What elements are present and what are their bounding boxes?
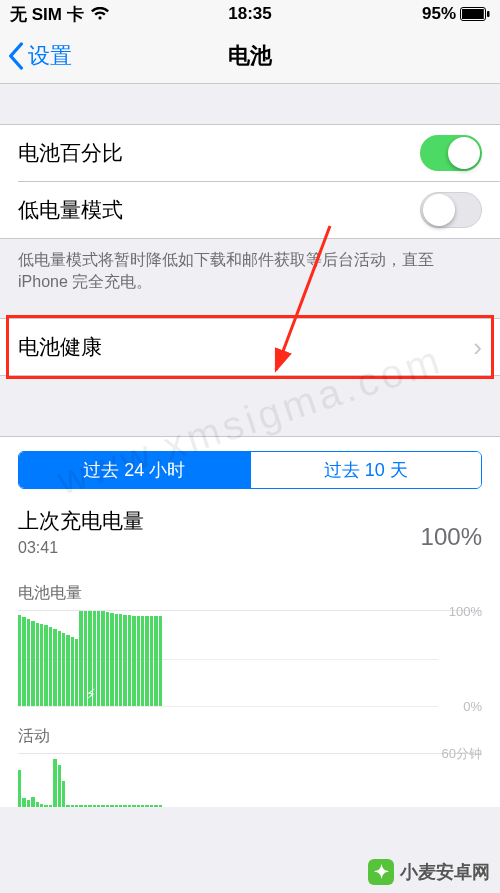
chart-bar <box>110 613 113 706</box>
chart-bar <box>154 616 157 706</box>
chart-bar <box>128 805 131 807</box>
chart-bar <box>62 633 65 706</box>
activity-chart: 活动 60分钟 <box>18 706 482 807</box>
chart-bar <box>128 615 131 706</box>
low-power-switch[interactable] <box>420 192 482 228</box>
chart-bar <box>53 759 56 808</box>
battery-level-chart-box: 100% 0% ⚡︎ <box>18 610 482 706</box>
chart-bar <box>18 615 21 706</box>
chart-bar <box>62 781 65 808</box>
watermark-corner: ✦ 小麦安卓网 <box>368 859 490 885</box>
chart-bar <box>22 798 25 807</box>
chart-bar <box>71 805 74 807</box>
chart-bar <box>49 805 52 807</box>
chart-bar <box>101 611 104 706</box>
chart-bar <box>97 611 100 706</box>
settings-group-1: 电池百分比 低电量模式 <box>0 124 500 239</box>
chart-bar <box>79 611 82 706</box>
chart-bar <box>40 804 43 808</box>
activity-chart-box: 60分钟 <box>18 753 482 807</box>
chart-bar <box>18 770 21 807</box>
seg-24h[interactable]: 过去 24 小时 <box>19 452 250 488</box>
settings-group-2: 电池健康 › <box>0 318 500 376</box>
charging-bolt-icon: ⚡︎ <box>86 686 96 702</box>
chart-bar <box>31 797 34 808</box>
chart-bar <box>49 627 52 706</box>
chevron-right-icon: › <box>473 332 482 363</box>
status-time: 18:35 <box>228 4 271 24</box>
chart-bar <box>123 615 126 706</box>
chart-bar <box>159 805 162 807</box>
low-power-label: 低电量模式 <box>18 196 123 224</box>
chart-bar <box>141 805 144 807</box>
battery-health-cell[interactable]: 电池健康 › <box>0 319 500 375</box>
watermark-logo-icon: ✦ <box>368 859 394 885</box>
battery-icon <box>460 7 490 21</box>
chart-bar <box>137 805 140 807</box>
chart-bar <box>27 619 30 706</box>
chart-bar <box>44 625 47 706</box>
battery-level-chart-title: 电池电量 <box>18 583 482 604</box>
battery-level-chart: 电池电量 100% 0% ⚡︎ <box>18 557 482 706</box>
last-charge-row: 上次充电电量 03:41 100% <box>18 489 482 557</box>
chart-bar <box>97 805 100 807</box>
chart-bar <box>150 616 153 706</box>
chart-bar <box>123 805 126 807</box>
chart-bar <box>75 805 78 807</box>
chart-bar <box>110 805 113 807</box>
wifi-icon <box>90 7 110 21</box>
seg-10d[interactable]: 过去 10 天 <box>250 452 482 488</box>
status-bar: 无 SIM 卡 18:35 95% <box>0 0 500 28</box>
chart-bar <box>119 805 122 807</box>
chart-bar <box>58 631 61 706</box>
chart-bar <box>40 624 43 707</box>
axis-100: 100% <box>449 604 482 619</box>
battery-percentage-label: 电池百分比 <box>18 139 123 167</box>
chart-bar <box>88 805 91 807</box>
chevron-left-icon <box>8 42 24 70</box>
battery-percentage-switch[interactable] <box>420 135 482 171</box>
chart-bar <box>115 614 118 706</box>
axis-60m: 60分钟 <box>442 745 482 763</box>
page-title: 电池 <box>228 41 272 71</box>
carrier-text: 无 SIM 卡 <box>10 3 84 26</box>
chart-bar <box>115 805 118 807</box>
chart-bar <box>66 635 69 706</box>
back-button[interactable]: 设置 <box>8 41 72 71</box>
chart-bar <box>132 805 135 807</box>
chart-bar <box>119 614 122 706</box>
chart-bar <box>66 805 69 807</box>
battery-health-label: 电池健康 <box>18 333 102 361</box>
last-charge-pct: 100% <box>421 507 482 551</box>
status-right: 95% <box>422 4 490 24</box>
axis-0: 0% <box>463 699 482 714</box>
chart-bar <box>93 805 96 807</box>
chart-bar <box>84 805 87 807</box>
chart-bar <box>27 800 30 807</box>
usage-section: 过去 24 小时 过去 10 天 上次充电电量 03:41 100% 电池电量 … <box>0 436 500 807</box>
chart-bar <box>58 765 61 807</box>
chart-bar <box>79 805 82 807</box>
last-charge-time: 03:41 <box>18 539 144 557</box>
low-power-cell[interactable]: 低电量模式 <box>0 182 500 238</box>
low-power-footer: 低电量模式将暂时降低如下载和邮件获取等后台活动，直至 iPhone 完全充电。 <box>0 239 500 292</box>
chart-bar <box>145 616 148 706</box>
chart-bar <box>137 616 140 706</box>
chart-bar <box>106 612 109 706</box>
watermark-corner-text: 小麦安卓网 <box>400 860 490 884</box>
chart-bar <box>132 616 135 706</box>
chart-bar <box>159 616 162 706</box>
battery-percentage-cell[interactable]: 电池百分比 <box>0 125 500 181</box>
nav-bar: 设置 电池 <box>0 28 500 84</box>
time-range-segmented[interactable]: 过去 24 小时 过去 10 天 <box>18 451 482 489</box>
activity-chart-title: 活动 <box>18 726 482 747</box>
chart-bar <box>141 616 144 706</box>
chart-bar <box>150 805 153 807</box>
chart-bar <box>101 805 104 807</box>
back-label: 设置 <box>28 41 72 71</box>
chart-bar <box>71 637 74 706</box>
chart-bar <box>154 805 157 807</box>
battery-percent: 95% <box>422 4 456 24</box>
chart-bar <box>36 623 39 707</box>
chart-bar <box>75 639 78 706</box>
